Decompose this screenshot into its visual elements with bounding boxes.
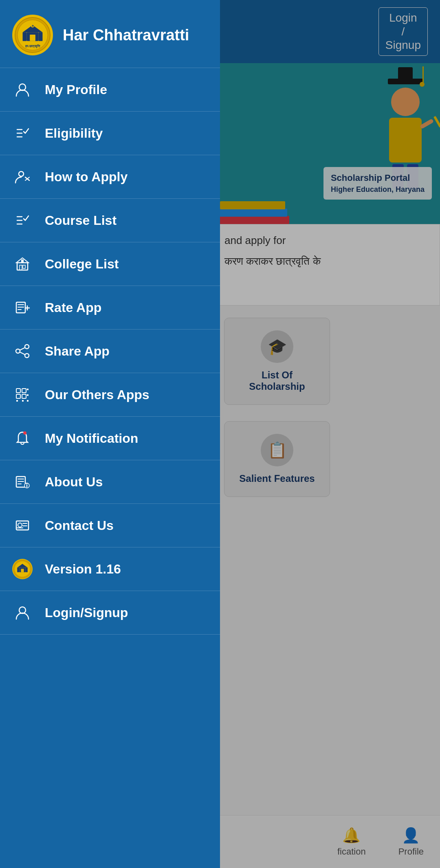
college-list-icon: [12, 254, 33, 274]
menu-item-rate-app[interactable]: Rate App: [0, 286, 220, 330]
our-others-apps-label: Our Others Apps: [45, 387, 150, 402]
menu-item-share-app[interactable]: Share App: [0, 330, 220, 373]
my-notification-icon: [12, 428, 33, 448]
course-list-icon: [12, 210, 33, 231]
svg-point-33: [16, 349, 20, 353]
desc-text-hi: करण कराकर छात्रवृति के: [224, 253, 431, 269]
svg-rect-43: [27, 394, 29, 396]
contact-us-label: Contact Us: [45, 518, 114, 533]
svg-rect-36: [16, 389, 20, 393]
svg-rect-38: [16, 394, 20, 398]
profile-nav-label: Profile: [398, 846, 424, 857]
svg-rect-61: [21, 569, 24, 572]
menu-item-my-profile[interactable]: My Profile: [0, 68, 220, 112]
desc-text-en: and apply for: [224, 233, 431, 248]
svg-rect-22: [23, 265, 25, 268]
svg-rect-20: [17, 263, 28, 270]
share-app-label: Share App: [45, 344, 110, 359]
notification-nav-icon: 🔔: [342, 827, 361, 844]
svg-rect-4: [23, 32, 27, 41]
svg-line-35: [20, 352, 25, 355]
portal-label: Scholarship Portal: [331, 172, 425, 185]
svg-point-52: [26, 483, 28, 484]
salient-features-card[interactable]: 📋 Salient Features: [224, 421, 330, 497]
rate-app-icon: [12, 297, 33, 318]
my-profile-icon: [12, 79, 33, 100]
svg-rect-24: [21, 259, 24, 263]
svg-point-14: [19, 171, 24, 176]
svg-point-31: [25, 345, 29, 349]
my-notification-label: My Notification: [45, 431, 138, 446]
svg-rect-5: [39, 32, 43, 41]
svg-rect-44: [27, 400, 29, 402]
version-icon: [12, 559, 33, 579]
menu-item-college-list[interactable]: College List: [0, 242, 220, 286]
menu-item-course-list[interactable]: Course List: [0, 199, 220, 242]
svg-point-54: [18, 523, 22, 527]
salient-features-icon: 📋: [261, 434, 293, 466]
college-list-label: College List: [45, 257, 119, 272]
cards-area: 🎓 List OfScholarship 📋 Salient Features: [216, 310, 440, 505]
scholarship-portal-badge: Scholarship Portal Higher Education, Har…: [323, 167, 432, 200]
top-bar: Login / Signup: [216, 0, 440, 63]
list-of-scholarship-card[interactable]: 🎓 List OfScholarship: [224, 318, 330, 405]
bottom-navigation: 🔔 fication 👤 Profile: [216, 815, 440, 868]
portal-sublabel: Higher Education, Haryana: [331, 185, 425, 195]
eligibility-icon: [12, 123, 33, 143]
course-list-label: Course List: [45, 213, 117, 228]
eligibility-label: Eligibility: [45, 126, 103, 141]
menu-item-version: Version 1.16: [0, 547, 220, 591]
svg-rect-3: [30, 35, 35, 41]
login-signup-icon: [12, 602, 33, 623]
description-area: and apply for करण कराकर छात्रवृति के: [216, 224, 440, 305]
drawer-menu: My Profile Eligibility: [0, 68, 220, 868]
profile-nav-item[interactable]: 👤 Profile: [382, 827, 440, 857]
svg-rect-21: [20, 265, 22, 270]
menu-item-contact-us[interactable]: Contact Us: [0, 504, 220, 547]
books-decoration: [216, 191, 297, 224]
list-of-scholarship-icon: 🎓: [261, 330, 293, 363]
navigation-drawer: हर-छात्रवृत्ति ★ Har Chhatravratti My Pr…: [0, 0, 220, 868]
notification-nav-label: fication: [337, 846, 366, 857]
svg-point-10: [19, 84, 26, 90]
login-signup-label: Login/Signup: [45, 605, 128, 620]
svg-point-45: [23, 431, 26, 435]
how-to-apply-label: How to Apply: [45, 169, 128, 185]
svg-rect-37: [22, 389, 26, 393]
svg-line-34: [20, 348, 25, 350]
svg-text:★: ★: [31, 24, 34, 28]
menu-item-eligibility[interactable]: Eligibility: [0, 112, 220, 155]
rate-app-label: Rate App: [45, 300, 101, 315]
svg-rect-41: [22, 400, 24, 402]
menu-item-our-others-apps[interactable]: Our Others Apps: [0, 373, 220, 417]
profile-nav-icon: 👤: [402, 827, 420, 844]
app-logo: हर-छात्रवृत्ति ★: [12, 15, 53, 55]
my-profile-label: My Profile: [45, 82, 107, 97]
about-us-icon: [12, 472, 33, 492]
svg-rect-62: [17, 567, 19, 572]
notification-nav-item[interactable]: 🔔 fication: [321, 827, 382, 857]
menu-item-how-to-apply[interactable]: How to Apply: [0, 155, 220, 199]
banner-area: Scholarship Portal Higher Education, Har…: [216, 63, 440, 224]
version-logo: [12, 559, 33, 579]
svg-rect-39: [22, 394, 26, 398]
svg-rect-63: [26, 567, 28, 572]
how-to-apply-icon: [12, 167, 33, 187]
about-us-label: About Us: [45, 475, 103, 490]
contact-us-icon: [12, 515, 33, 536]
drawer-header: हर-छात्रवृत्ति ★ Har Chhatravratti: [0, 0, 220, 68]
svg-point-65: [19, 607, 26, 613]
version-label: Version 1.16: [45, 562, 121, 577]
menu-item-my-notification[interactable]: My Notification: [0, 417, 220, 460]
share-app-icon: [12, 341, 33, 361]
svg-rect-40: [16, 400, 18, 402]
svg-point-32: [25, 354, 29, 358]
menu-item-login-signup[interactable]: Login/Signup: [0, 591, 220, 635]
svg-rect-42: [27, 389, 29, 390]
our-others-apps-icon: [12, 385, 33, 405]
salient-features-label: Salient Features: [239, 473, 315, 484]
list-of-scholarship-label: List OfScholarship: [249, 369, 305, 392]
menu-item-about-us[interactable]: About Us: [0, 460, 220, 504]
login-signup-button[interactable]: Login / Signup: [378, 7, 428, 56]
svg-text:हर-छात्रवृत्ति: हर-छात्रवृत्ति: [25, 44, 40, 48]
